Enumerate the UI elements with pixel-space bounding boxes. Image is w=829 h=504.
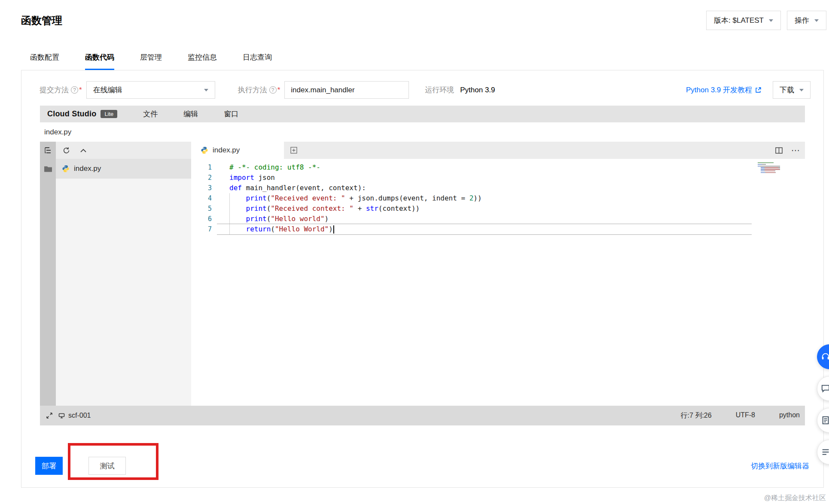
submit-method-value: 在线编辑 [93,85,122,95]
exec-method-input[interactable] [284,81,409,99]
workspace-indicator[interactable]: scf-001 [58,412,91,419]
deploy-button[interactable]: 部署 [35,457,63,475]
line-number: 7 [191,224,212,234]
tab-item[interactable]: 监控信息 [188,52,217,70]
more-actions-button[interactable]: ⋯ [791,146,800,155]
editor-tab-strip: index.py [191,142,805,159]
chevron-up-icon [80,149,86,152]
cloud-studio-brand: Cloud Studio [47,109,96,118]
fullscreen-button[interactable] [46,412,53,419]
indent-guide [229,193,230,234]
line-number-gutter: 1234567 [191,162,217,406]
cursor-position[interactable]: 行:7 列:26 [681,411,712,420]
runtime-value: Python 3.9 [460,86,495,94]
plus-square-icon [290,147,297,154]
tutorial-link[interactable]: Python 3.9 开发教程 [686,85,762,95]
editor-menubar: Cloud Studio Lite 文件编辑窗口 [40,106,805,122]
code-lines: # -*- coding: utf8 -*-import jsondef mai… [229,162,482,406]
chat-icon [821,384,829,393]
expand-icon [46,412,53,419]
editor-tab-index-py[interactable]: index.py [191,142,284,159]
python-icon [201,146,208,154]
help-icon[interactable]: ? [269,86,277,94]
chevron-down-icon [814,19,819,22]
line-number: 5 [191,203,212,214]
code-line[interactable]: # -*- coding: utf8 -*- [229,162,482,173]
editor-pane: index.py [191,142,805,406]
refresh-icon [63,147,70,154]
lite-badge: Lite [101,110,117,118]
file-tree-icon [44,146,52,154]
file-item-index-py[interactable]: index.py [56,159,191,179]
version-dropdown[interactable]: 版本: $LATEST [706,11,781,30]
function-code-panel: 提交方法 ? * 在线编辑 执行方法 ? * 运行环境 Python 3.9 P… [21,70,824,488]
language-indicator[interactable]: python [779,411,800,420]
workspace-name: scf-001 [68,412,91,419]
line-number: 2 [191,173,212,183]
cloud-studio-editor: Cloud Studio Lite 文件编辑窗口 index.py [40,106,805,425]
runtime-label: 运行环境 [425,85,454,95]
chevron-down-icon [799,89,804,91]
minimap[interactable] [758,162,780,173]
status-bar-right: 行:7 列:26 UTF-8 python [681,411,801,420]
code-settings-row: 提交方法 ? * 在线编辑 执行方法 ? * 运行环境 Python 3.9 P… [21,70,823,99]
line-number: 1 [191,162,212,173]
download-button[interactable]: 下载 [773,81,811,99]
code-line[interactable]: print("Received event: " + json.dumps(ev… [229,193,482,203]
tab-item[interactable]: 函数配置 [30,52,59,70]
actions-dropdown[interactable]: 操作 [787,11,826,30]
split-editor-button[interactable] [775,147,783,154]
editor-status-bar: scf-001 行:7 列:26 UTF-8 python [40,406,805,425]
watermark: @稀土掘金技术社区 [764,494,826,503]
code-line[interactable]: print("Received context: " + str(context… [229,203,482,214]
path-text: index.py [44,128,71,137]
line-number: 3 [191,183,212,193]
python-icon [62,165,70,173]
file-explorer: index.py [56,142,191,406]
explorer-view-button[interactable] [40,142,56,159]
header-actions: 版本: $LATEST 操作 [706,11,826,30]
menu-item[interactable]: 文件 [143,109,158,119]
new-tab-button[interactable] [284,142,304,159]
switch-editor-link[interactable]: 切换到新版编辑器 [751,461,809,471]
menu-item[interactable]: 编辑 [183,109,198,119]
list-icon [821,447,829,457]
workspace-icon [58,413,65,419]
tab-bar: 函数配置函数代码层管理监控信息日志查询 [30,52,829,70]
activity-bar [40,142,56,406]
editor-path-bar: index.py [40,122,805,142]
submit-method-select[interactable]: 在线编辑 [86,81,215,99]
code-line[interactable]: import json [229,173,482,183]
file-name: index.py [74,164,101,173]
submit-method-label: 提交方法 ? [40,85,78,95]
text-cursor [333,225,334,234]
tutorial-link-text: Python 3.9 开发教程 [686,85,752,95]
exec-method-label: 执行方法 ? [238,85,277,95]
explorer-toolbar [56,142,191,159]
help-icon[interactable]: ? [71,86,78,94]
code-line[interactable]: print("Hello world") [229,214,482,224]
tab-item[interactable]: 层管理 [140,52,162,70]
page-header: 函数管理 版本: $LATEST 操作 [0,0,829,27]
runtime-label-text: 运行环境 [425,85,454,95]
headset-icon [821,352,829,361]
editor-main: index.py index.py [40,142,805,406]
menu-item[interactable]: 窗口 [224,109,238,119]
editor-tab-label: index.py [213,146,240,155]
tab-item[interactable]: 日志查询 [243,52,272,70]
collapse-button[interactable] [80,149,86,152]
code-area[interactable]: 1234567 # -*- coding: utf8 -*-import jso… [191,159,805,406]
test-button[interactable]: 测试 [88,457,126,475]
tab-item[interactable]: 函数代码 [85,52,114,70]
encoding-indicator[interactable]: UTF-8 [736,411,755,420]
code-line[interactable]: def main_handler(event, context): [229,183,482,193]
download-label: 下载 [780,85,794,95]
code-line[interactable]: return("Hello World") [229,224,482,234]
actions-label: 操作 [795,15,809,25]
footer-actions: 部署 测试 切换到新版编辑器 [35,457,809,475]
editor-menubar-menus: 文件编辑窗口 [117,109,238,119]
exec-method-label-text: 执行方法 [238,85,267,95]
refresh-button[interactable] [63,147,70,154]
chevron-down-icon [769,19,773,22]
folder-button[interactable] [40,159,56,179]
